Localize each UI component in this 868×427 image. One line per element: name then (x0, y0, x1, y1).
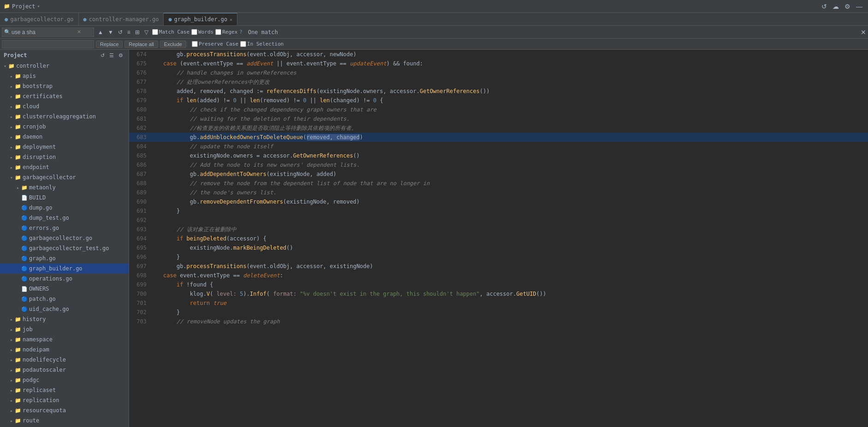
line-content-703: // removeNode updates the graph (161, 317, 868, 326)
sidebar-refresh-button[interactable]: ↺ (99, 52, 106, 59)
tree-item-label: replicaset (23, 387, 56, 393)
sidebar-item-graph.go[interactable]: 🔵 graph.go (0, 253, 129, 263)
in-selection-checkbox[interactable] (240, 41, 246, 47)
search-navigation: ▲ ▼ ↺ ≡ ⊞ ▽ (96, 28, 150, 36)
sidebar-collapse-button[interactable]: ☰ (107, 52, 116, 59)
top-bar-dropdown-icon[interactable]: ▾ (37, 4, 40, 9)
tree-item-label: uid_cache.go (29, 306, 69, 312)
line-number-689: 689 (129, 188, 152, 197)
cloud-button[interactable]: ☁ (831, 2, 841, 11)
sidebar-item-podgc[interactable]: ▸ 📁 podgc (0, 375, 129, 385)
sidebar-item-daemon[interactable]: ▸ 📁 daemon (0, 132, 129, 142)
sidebar-item-garbagecollector[interactable]: ▾ 📁 garbagecollector (0, 172, 129, 182)
search-toggle-button[interactable]: ⊞ (133, 28, 142, 36)
sidebar-item-cronjob[interactable]: ▸ 📁 cronjob (0, 122, 129, 132)
tab-garbagecollector[interactable]: ● garbagecollector.go (0, 13, 79, 25)
tab-bar: ● garbagecollector.go ● controller-manag… (0, 13, 868, 26)
in-selection-label[interactable]: In Selection (240, 41, 283, 47)
line-number-698: 698 (129, 271, 152, 280)
words-checkbox[interactable] (191, 29, 197, 35)
line-content-699: if !found { (161, 280, 868, 289)
sidebar-item-podautoscaler[interactable]: ▸ 📁 podautoscaler (0, 365, 129, 375)
words-label[interactable]: Words (191, 29, 213, 35)
line-number-685: 685 (129, 151, 152, 160)
preserve-case-checkbox[interactable] (192, 41, 198, 47)
sidebar-item-garbagecollector_test.go[interactable]: 🔵 garbagecollector_test.go (0, 243, 129, 253)
tab-close-icon[interactable]: ✕ (230, 17, 232, 22)
search-refresh-button[interactable]: ↺ (116, 28, 124, 36)
refresh-button[interactable]: ↺ (820, 2, 829, 11)
tree-item-label: daemon (23, 134, 42, 140)
sidebar-item-dump.go[interactable]: 🔵 dump.go (0, 203, 129, 213)
sidebar-item-route[interactable]: ▸ 📁 route (0, 415, 129, 426)
sidebar-item-endpoint[interactable]: ▸ 📁 endpoint (0, 162, 129, 172)
sidebar-item-uid_cache.go[interactable]: 🔵 uid_cache.go (0, 304, 129, 314)
sidebar-item-graph_builder.go[interactable]: 🔵 graph_builder.go (0, 263, 129, 274)
replace-button[interactable]: Replace (96, 41, 123, 48)
sidebar-item-nodelifecycle[interactable]: ▸ 📁 nodelifecycle (0, 355, 129, 365)
sidebar-item-replicaset[interactable]: ▸ 📁 replicaset (0, 385, 129, 395)
match-case-checkbox[interactable] (152, 29, 158, 35)
search-close-button[interactable]: ✕ (861, 29, 866, 36)
tree-item-icon: 📁 (15, 144, 21, 150)
search-prev-button[interactable]: ▲ (96, 28, 105, 36)
exclude-button[interactable]: Exclude (160, 41, 186, 48)
sidebar-item-errors.go[interactable]: 🔵 errors.go (0, 223, 129, 233)
tree-arrow: ▸ (8, 84, 15, 89)
regex-help-icon[interactable]: ? (239, 29, 242, 35)
sidebar-item-disruption[interactable]: ▸ 📁 disruption (0, 152, 129, 162)
sidebar-item-apis[interactable]: ▸ 📁 apis (0, 71, 129, 81)
sidebar-item-OWNERS[interactable]: 📄 OWNERS (0, 284, 129, 294)
sidebar-item-bootstrap[interactable]: ▸ 📁 bootstrap (0, 81, 129, 91)
sidebar-item-controller[interactable]: ▾ 📁 controller (0, 61, 129, 71)
search-next-button[interactable]: ▼ (106, 28, 115, 36)
tree-item-icon: 📁 (8, 63, 15, 69)
search-clear-button[interactable]: ✕ (77, 29, 81, 35)
sidebar-item-clusterroleaggregation[interactable]: ▸ 📁 clusterroleaggregation (0, 111, 129, 122)
sidebar-settings-button[interactable]: ⚙ (117, 52, 125, 59)
code-line-690: 690 gb.removeDependentFromOwners(existin… (129, 197, 868, 206)
sidebar-item-metaonly[interactable]: ▸ 📁 metaonly (0, 182, 129, 193)
tab-graph-builder[interactable]: ● graph_builder.go ✕ (164, 13, 237, 25)
settings-button[interactable]: ⚙ (843, 2, 852, 11)
tree-item-icon: 📁 (15, 398, 21, 404)
sidebar-item-nodeipam[interactable]: ▸ 📁 nodeipam (0, 345, 129, 355)
tree-item-icon: 🔵 (21, 215, 28, 221)
tree-item-label: podgc (23, 377, 39, 383)
replace-all-button[interactable]: Replace all (124, 41, 158, 48)
sidebar-item-history[interactable]: ▸ 📁 history (0, 314, 129, 324)
regex-label[interactable]: Regex (215, 29, 237, 35)
sidebar-item-garbagecollector.go[interactable]: 🔵 garbagecollector.go (0, 233, 129, 243)
preserve-case-label[interactable]: Preserve Case (192, 41, 238, 47)
sidebar-item-replication[interactable]: ▸ 📁 replication (0, 395, 129, 405)
line-content-679: if len(added) != 0 || len(removed) != 0 … (161, 96, 868, 105)
tree-arrow: ▸ (8, 408, 15, 413)
sidebar-item-BUILD[interactable]: 📄 BUILD (0, 193, 129, 203)
minimize-button[interactable]: — (854, 2, 864, 11)
line-content-687: gb.addDependentToOwners(existingNode, ad… (161, 170, 868, 179)
replace-input[interactable] (4, 41, 69, 47)
tree-item-label: disruption (23, 154, 56, 160)
sidebar-item-certificates[interactable]: ▸ 📁 certificates (0, 91, 129, 101)
search-advanced-button[interactable]: ▽ (142, 28, 150, 36)
sidebar-item-operations.go[interactable]: 🔵 operations.go (0, 274, 129, 284)
sidebar-item-dump_test.go[interactable]: 🔵 dump_test.go (0, 213, 129, 223)
search-bar: 🔍 ✕ ▲ ▼ ↺ ≡ ⊞ ▽ Match Case Words Regex ?… (0, 26, 868, 39)
tree-item-icon: 📁 (15, 164, 21, 170)
code-line-700: 700 klog.V( level: 5).Infof( format: "%v… (129, 289, 868, 298)
regex-checkbox[interactable] (215, 29, 221, 35)
sidebar-item-resourcequota[interactable]: ▸ 📁 resourcequota (0, 405, 129, 415)
match-case-label[interactable]: Match Case (152, 29, 189, 35)
search-filter-button[interactable]: ≡ (125, 28, 132, 36)
tree-item-icon: 📁 (15, 154, 21, 160)
sidebar-item-deployment[interactable]: ▸ 📁 deployment (0, 142, 129, 152)
search-input[interactable] (12, 29, 76, 35)
editor[interactable]: 674 gb.processTransitions(event.oldObj, … (129, 50, 868, 427)
tab-controller-manager[interactable]: ● controller-manager.go (79, 13, 164, 25)
tree-item-label: bootstrap (23, 83, 53, 89)
tree-item-label: route (23, 417, 39, 424)
sidebar-item-patch.go[interactable]: 🔵 patch.go (0, 294, 129, 304)
sidebar-item-namespace[interactable]: ▸ 📁 namespace (0, 334, 129, 345)
sidebar-item-cloud[interactable]: ▸ 📁 cloud (0, 101, 129, 111)
sidebar-item-job[interactable]: ▸ 📁 job (0, 324, 129, 334)
